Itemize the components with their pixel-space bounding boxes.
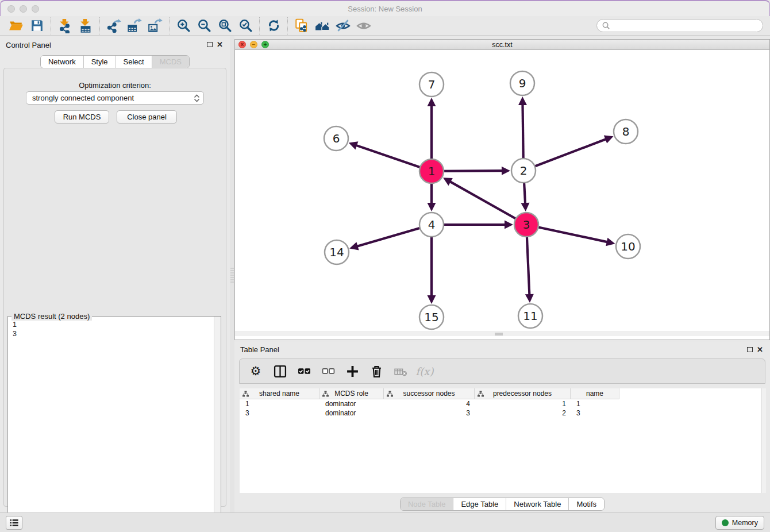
window-close-button[interactable] xyxy=(7,5,15,13)
graph-edge-2-8[interactable] xyxy=(523,138,607,171)
zoom-in-button[interactable] xyxy=(173,17,194,34)
function-builder-button[interactable]: f(x) xyxy=(417,363,433,379)
tab-style[interactable]: Style xyxy=(83,56,116,68)
fx-icon: f(x) xyxy=(416,365,434,377)
column-header[interactable]: MCDS role xyxy=(319,388,384,399)
control-panel-title: Control Panel xyxy=(6,41,51,49)
delete-column-button[interactable] xyxy=(368,363,384,379)
graph-edge-arrowhead xyxy=(349,242,359,250)
column-header[interactable]: predecessor nodes xyxy=(475,388,571,399)
apply-layout-button[interactable] xyxy=(263,17,284,34)
export-network-button[interactable] xyxy=(103,17,124,34)
hide-selected-button[interactable] xyxy=(333,17,353,34)
status-bar: Memory xyxy=(0,512,770,532)
network-graph[interactable]: 1234678910111415 xyxy=(235,50,769,331)
attribute-icon xyxy=(478,391,484,397)
import-table-button[interactable] xyxy=(75,17,96,34)
import-network-button[interactable] xyxy=(55,17,75,34)
unchecked-boxes-icon xyxy=(322,365,335,378)
table-row[interactable]: 3dominator323 xyxy=(240,408,761,418)
eye-icon xyxy=(356,18,371,33)
plus-icon xyxy=(346,365,359,378)
mcds-result-list[interactable]: 1 3 xyxy=(8,318,213,526)
result-vertical-scrollbar[interactable] xyxy=(214,317,221,526)
search-input[interactable] xyxy=(613,22,758,30)
checked-boxes-icon xyxy=(298,365,311,378)
criterion-dropdown[interactable]: strongly connected component xyxy=(26,91,204,105)
tab-edge-table[interactable]: Edge Table xyxy=(453,498,506,510)
tab-node-table[interactable]: Node Table xyxy=(401,498,453,510)
column-header[interactable]: name xyxy=(571,388,619,399)
tab-mcds[interactable]: MCDS xyxy=(152,56,189,68)
tab-select[interactable]: Select xyxy=(116,56,152,68)
gear-icon: ⚙ xyxy=(251,364,261,378)
export-table-button[interactable] xyxy=(124,17,145,34)
deselect-all-button[interactable] xyxy=(320,363,336,379)
network-horizontal-scrollbar[interactable] xyxy=(235,331,769,336)
add-column-button[interactable] xyxy=(344,363,360,379)
table-vertical-scrollbar[interactable] xyxy=(761,388,766,493)
save-floppy-icon xyxy=(30,18,44,33)
tab-motifs[interactable]: Motifs xyxy=(568,498,604,510)
close-panel-icon[interactable]: ✕ xyxy=(757,345,763,354)
list-icon xyxy=(9,517,20,529)
panel-splitter[interactable] xyxy=(230,36,234,512)
duplicate-network-button[interactable] xyxy=(291,17,312,34)
select-all-button[interactable] xyxy=(296,363,312,379)
column-header[interactable]: shared name xyxy=(240,388,319,399)
graph-node-label-4: 4 xyxy=(428,218,436,232)
control-panel: Control Panel ✕ Network Style Select MCD… xyxy=(0,36,230,512)
zoom-selected-button[interactable] xyxy=(235,17,256,34)
scrollbar-thumb[interactable] xyxy=(495,333,503,336)
graph-node-label-10: 10 xyxy=(621,240,635,253)
network-window-title: scc.txt xyxy=(235,41,769,49)
table-settings-button[interactable]: ⚙ xyxy=(248,363,264,379)
window-minimize-button[interactable] xyxy=(20,5,27,13)
table-cell: 1 xyxy=(571,399,619,408)
network-overview-button[interactable] xyxy=(312,17,333,34)
import-network-icon xyxy=(57,18,72,33)
table-tabs: Node Table Edge Table Network Table Moti… xyxy=(234,498,770,511)
application-window: Session: New Session xyxy=(0,0,770,532)
close-panel-button[interactable]: Close panel xyxy=(117,110,177,124)
memory-button[interactable]: Memory xyxy=(715,516,764,530)
toolbar-separator xyxy=(99,17,100,34)
import-table-icon xyxy=(78,18,93,33)
column-visibility-button[interactable] xyxy=(272,363,288,379)
show-task-history-button[interactable] xyxy=(6,516,22,530)
splitter-handle-icon xyxy=(230,268,234,283)
network-canvas[interactable]: 1234678910111415 xyxy=(235,50,769,336)
memory-label: Memory xyxy=(732,519,758,527)
graph-node-label-14: 14 xyxy=(329,245,344,259)
zoom-out-button[interactable] xyxy=(194,17,214,34)
show-hidden-button[interactable] xyxy=(353,17,374,34)
column-header[interactable]: successor nodes xyxy=(384,388,475,399)
open-session-button[interactable] xyxy=(6,17,26,34)
graph-edge-3-1[interactable] xyxy=(449,181,526,225)
export-image-button[interactable] xyxy=(145,17,165,34)
toolbar-separator xyxy=(259,17,260,34)
graph-node-label-8: 8 xyxy=(622,125,630,138)
save-session-button[interactable] xyxy=(26,17,47,34)
float-panel-icon[interactable] xyxy=(747,347,753,352)
tab-network-table[interactable]: Network Table xyxy=(506,498,568,510)
network-window-titlebar[interactable]: × − + scc.txt xyxy=(235,40,769,50)
window-zoom-button[interactable] xyxy=(32,5,39,13)
search-field[interactable] xyxy=(596,19,763,32)
tab-network[interactable]: Network xyxy=(41,56,83,68)
close-panel-icon[interactable]: ✕ xyxy=(217,40,223,49)
criterion-selected-value: strongly connected component xyxy=(32,94,134,102)
float-panel-icon[interactable] xyxy=(207,42,213,47)
table-row[interactable]: 1dominator411 xyxy=(240,399,761,408)
attribute-icon xyxy=(387,391,393,397)
control-panel-tabs: Network Style Select MCDS xyxy=(0,55,230,68)
table-body: 1dominator4113dominator323 xyxy=(240,399,761,418)
graph-node-label-1: 1 xyxy=(428,164,436,178)
zoom-fit-icon xyxy=(218,18,232,33)
run-mcds-button[interactable]: Run MCDS xyxy=(55,110,109,124)
delete-table-button[interactable] xyxy=(392,363,409,379)
table-panel: Table Panel ✕ ⚙ f(x) xyxy=(234,342,770,510)
memory-status-icon xyxy=(722,519,729,526)
graph-edge-arrowhead xyxy=(505,221,513,229)
zoom-fit-button[interactable] xyxy=(214,17,235,34)
